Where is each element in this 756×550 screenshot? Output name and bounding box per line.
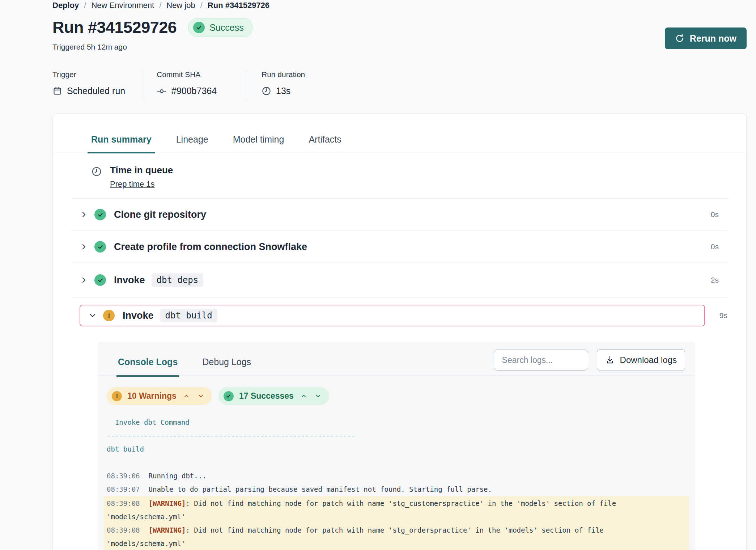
tab-debug-logs[interactable]: Debug Logs (201, 357, 252, 375)
breadcrumb-separator: / (200, 1, 203, 10)
tab-lineage[interactable]: Lineage (173, 134, 212, 152)
step-duration: 0s (711, 210, 719, 219)
step-duration: 2s (711, 276, 719, 284)
step-title: Create profile from connection Snowflake (114, 241, 307, 253)
log-line: 08:39:07Unable to do partial parsing bec… (107, 483, 686, 496)
dbt-build-expanded-box[interactable]: Invoke dbt build (80, 305, 705, 326)
page-title: Run #341529726 (52, 18, 177, 37)
run-meta: Trigger Scheduled run Commit SHA #900b73… (52, 70, 747, 101)
download-logs-button[interactable]: Download logs (597, 349, 685, 371)
meta-commit-label: Commit SHA (157, 70, 247, 79)
log-line-warning: 08:39:08[WARNING]: Did not find matching… (107, 524, 686, 550)
chevron-down-icon (315, 393, 322, 399)
chevron-down-icon (198, 393, 204, 399)
warnings-next-button[interactable] (196, 393, 205, 399)
chevron-up-icon (183, 393, 190, 399)
warnings-badge-label: 10 Warnings (127, 391, 177, 401)
tab-run-summary[interactable]: Run summary (88, 134, 155, 152)
log-warning-highlight-block: 08:39:08[WARNING]: Did not find matching… (103, 496, 689, 550)
commit-icon (157, 86, 167, 96)
meta-commit: Commit SHA #900b7364 (142, 70, 247, 101)
log-line: ----------------------------------------… (107, 429, 686, 443)
prep-time-link[interactable]: Prep time 1s (110, 179, 155, 189)
breadcrumb-item-environment[interactable]: New Environment (91, 1, 154, 10)
step-row-dbt-build: Invoke dbt build 9s (71, 297, 728, 329)
queue-title: Time in queue (110, 165, 173, 176)
log-filter-badges: 10 Warnings 17 Successes (98, 376, 695, 405)
chevron-up-icon (300, 393, 307, 399)
status-badge-label: Success (209, 22, 243, 33)
breadcrumb-separator: / (159, 1, 161, 10)
breadcrumb-separator: / (84, 1, 86, 10)
tab-model-timing[interactable]: Model timing (229, 134, 288, 152)
warnings-badge: 10 Warnings (107, 387, 212, 405)
successes-badge-label: 17 Successes (239, 391, 294, 401)
log-line: Invoke dbt Command (107, 416, 686, 429)
breadcrumb-item-deploy[interactable]: Deploy (52, 1, 79, 10)
breadcrumb: Deploy / New Environment / New job / Run… (52, 0, 747, 10)
step-list: Time in queue Prep time 1s Clone git rep… (71, 152, 728, 550)
logs-header: Console Logs Debug Logs Download logs (98, 342, 695, 376)
clock-icon (262, 86, 271, 96)
download-icon (605, 355, 615, 365)
log-line-warning: 08:39:08[WARNING]: Did not find matching… (107, 497, 686, 524)
success-icon (94, 241, 106, 253)
success-icon (193, 22, 205, 33)
queue-row: Time in queue Prep time 1s (71, 152, 728, 199)
warning-icon (103, 310, 115, 321)
chevron-down-icon[interactable] (88, 311, 97, 320)
success-icon (94, 274, 106, 286)
page-header: Run #341529726 Success Triggered 5h 12m … (52, 18, 747, 51)
meta-trigger: Trigger Scheduled run (52, 70, 142, 101)
tab-console-logs[interactable]: Console Logs (116, 357, 179, 375)
refresh-icon (675, 34, 684, 43)
logs-panel: Console Logs Debug Logs Download logs (98, 342, 695, 550)
chevron-right-icon[interactable] (80, 276, 88, 284)
step-title: Clone git repository (114, 209, 206, 220)
step-duration: 0s (711, 242, 719, 251)
breadcrumb-item-run: Run #341529726 (208, 1, 269, 10)
step-row-clone-git[interactable]: Clone git repository 0s (71, 199, 728, 231)
step-row-dbt-deps[interactable]: Invoke dbt deps 2s (71, 263, 728, 297)
successes-badge: 17 Successes (218, 387, 329, 405)
status-badge: Success (188, 18, 252, 37)
successes-next-button[interactable] (314, 393, 323, 399)
meta-duration: Run duration 13s (247, 70, 305, 101)
meta-commit-value: #900b7364 (171, 86, 217, 96)
step-row-create-profile[interactable]: Create profile from connection Snowflake… (71, 231, 728, 263)
rerun-button[interactable]: Rerun now (665, 28, 747, 49)
success-icon (94, 209, 106, 220)
meta-trigger-label: Trigger (52, 70, 142, 79)
meta-duration-label: Run duration (262, 70, 305, 79)
step-duration: 9s (705, 311, 728, 320)
console-log-output: Invoke dbt Command ---------------------… (98, 405, 695, 550)
download-logs-label: Download logs (620, 355, 677, 365)
log-line: dbt build (107, 443, 686, 456)
meta-trigger-value: Scheduled run (67, 86, 125, 96)
search-logs-input[interactable] (494, 350, 588, 371)
success-icon (224, 391, 234, 401)
calendar-icon (52, 86, 62, 96)
log-blank-line (107, 456, 686, 469)
rerun-button-label: Rerun now (690, 33, 736, 44)
meta-duration-value: 13s (276, 86, 290, 96)
step-command-chip: dbt build (160, 309, 217, 322)
log-line: 08:39:06Running dbt... (107, 469, 686, 483)
step-title: Invoke (123, 310, 154, 321)
run-summary-card: Run summary Lineage Model timing Artifac… (52, 114, 747, 550)
chevron-right-icon[interactable] (80, 242, 88, 251)
chevron-right-icon[interactable] (80, 210, 88, 219)
clock-icon (91, 165, 102, 189)
breadcrumb-item-job[interactable]: New job (166, 1, 195, 10)
successes-prev-button[interactable] (299, 393, 308, 399)
run-detail-page: Deploy / New Environment / New job / Run… (0, 0, 756, 550)
tab-artifacts[interactable]: Artifacts (305, 134, 345, 152)
step-title: Invoke (114, 275, 145, 286)
triggered-time: Triggered 5h 12m ago (52, 43, 253, 51)
run-tabs: Run summary Lineage Model timing Artifac… (53, 114, 746, 152)
warning-icon (112, 391, 122, 401)
warnings-prev-button[interactable] (182, 393, 191, 399)
step-command-chip: dbt deps (152, 273, 204, 287)
